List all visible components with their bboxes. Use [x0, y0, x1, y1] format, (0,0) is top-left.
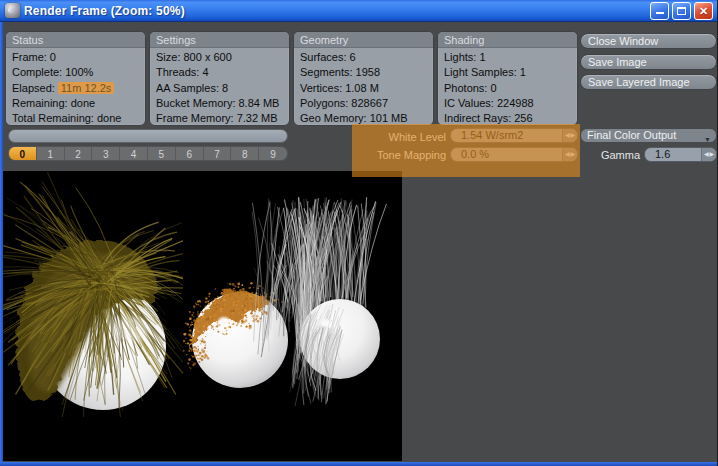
tab-1[interactable]: 1 — [37, 147, 65, 160]
white-level-stepper[interactable]: ◀▶ — [562, 129, 577, 142]
gamma-label: Gamma — [560, 148, 640, 162]
output-mode-dropdown[interactable]: Final Color Output ▼ — [580, 128, 717, 143]
panel-status: Status Frame:0 Complete:100% Elapsed:11m… — [5, 31, 146, 126]
stepper-left-icon: ◀ — [704, 148, 709, 161]
panel-status-title: Status — [6, 32, 145, 48]
settings-threads: Threads:4 — [156, 65, 289, 80]
settings-size: Size:800 x 600 — [156, 50, 289, 65]
panel-geometry-title: Geometry — [294, 32, 433, 48]
gamma-field[interactable]: 1.6 ◀▶ — [644, 147, 717, 162]
window-title: Render Frame (Zoom: 50%) — [24, 4, 185, 18]
tab-6[interactable]: 6 — [176, 147, 204, 160]
stepper-left-icon: ◀ — [565, 129, 570, 142]
geometry-vertices: Vertices:1.08 M — [300, 81, 433, 96]
shading-photons: Photons:0 — [444, 81, 577, 96]
geometry-geo-memory: Geo Memory:101 MB — [300, 111, 433, 126]
status-remaining: Remaining:done — [12, 96, 145, 111]
maximize-button[interactable] — [672, 2, 691, 20]
shading-lights: Lights:1 — [444, 50, 577, 65]
shading-indirect-rays: Indirect Rays:256 — [444, 111, 577, 126]
status-frame: Frame:0 — [12, 50, 145, 65]
gamma-stepper[interactable]: ◀▶ — [701, 148, 716, 161]
settings-bucket-memory: Bucket Memory:8.84 MB — [156, 96, 289, 111]
shading-ic-values: IC Values:224988 — [444, 96, 577, 111]
window-border-bottom — [0, 462, 717, 466]
status-total-remaining: Total Remaining:done — [12, 111, 145, 126]
status-elapsed: Elapsed:11m 12.2s — [12, 81, 145, 96]
panel-settings-title: Settings — [150, 32, 289, 48]
tone-mapping-label: Tone Mapping — [352, 148, 446, 162]
tab-5[interactable]: 5 — [148, 147, 176, 160]
render-spheres-graphic — [3, 171, 402, 461]
tab-2[interactable]: 2 — [65, 147, 93, 160]
panel-shading: Shading Lights:1 Light Samples:1 Photons… — [437, 31, 578, 126]
settings-frame-memory: Frame Memory:7.32 MB — [156, 111, 289, 126]
tab-7[interactable]: 7 — [204, 147, 232, 160]
tab-8[interactable]: 8 — [231, 147, 259, 160]
panel-shading-title: Shading — [438, 32, 577, 48]
progress-bar — [8, 129, 288, 143]
elapsed-value-highlight: 11m 12.2s — [58, 82, 115, 94]
panel-geometry: Geometry Surfaces:6 Segments:1958 Vertic… — [293, 31, 434, 126]
tab-3[interactable]: 3 — [92, 147, 120, 160]
render-frame-window: Render Frame (Zoom: 50%) ✕ Status Frame:… — [0, 0, 718, 466]
close-window-button[interactable]: Close Window — [580, 33, 717, 49]
close-button[interactable]: ✕ — [694, 2, 713, 20]
window-border-left — [0, 22, 3, 466]
white-level-label: White Level — [352, 130, 446, 144]
save-image-button[interactable]: Save Image — [580, 54, 717, 70]
settings-aa-samples: AA Samples:8 — [156, 81, 289, 96]
stepper-right-icon: ▶ — [710, 148, 715, 161]
status-complete: Complete:100% — [12, 65, 145, 80]
geometry-polygons: Polygons:828667 — [300, 96, 433, 111]
minimize-button[interactable] — [650, 2, 669, 20]
tone-mapping-field[interactable]: 0.0 % ◀▶ — [450, 147, 578, 162]
save-layered-image-button[interactable]: Save Layered Image — [580, 74, 717, 90]
app-icon[interactable] — [5, 3, 20, 18]
tab-9[interactable]: 9 — [259, 147, 287, 160]
panel-settings: Settings Size:800 x 600 Threads:4 AA Sam… — [149, 31, 290, 126]
shading-light-samples: Light Samples:1 — [444, 65, 577, 80]
chevron-down-icon: ▼ — [704, 133, 711, 146]
stepper-right-icon: ▶ — [571, 129, 576, 142]
titlebar[interactable]: Render Frame (Zoom: 50%) ✕ — [0, 0, 717, 22]
buffer-tabs: 0 1 2 3 4 5 6 7 8 9 — [8, 146, 288, 161]
white-level-field[interactable]: 1.54 W/srm2 ◀▶ — [450, 128, 578, 143]
maximize-icon — [677, 7, 686, 15]
close-icon: ✕ — [699, 6, 708, 17]
geometry-surfaces: Surfaces:6 — [300, 50, 433, 65]
geometry-segments: Segments:1958 — [300, 65, 433, 80]
render-image — [3, 171, 402, 461]
minimize-icon — [656, 6, 664, 14]
tab-0[interactable]: 0 — [9, 147, 37, 160]
tab-4[interactable]: 4 — [120, 147, 148, 160]
